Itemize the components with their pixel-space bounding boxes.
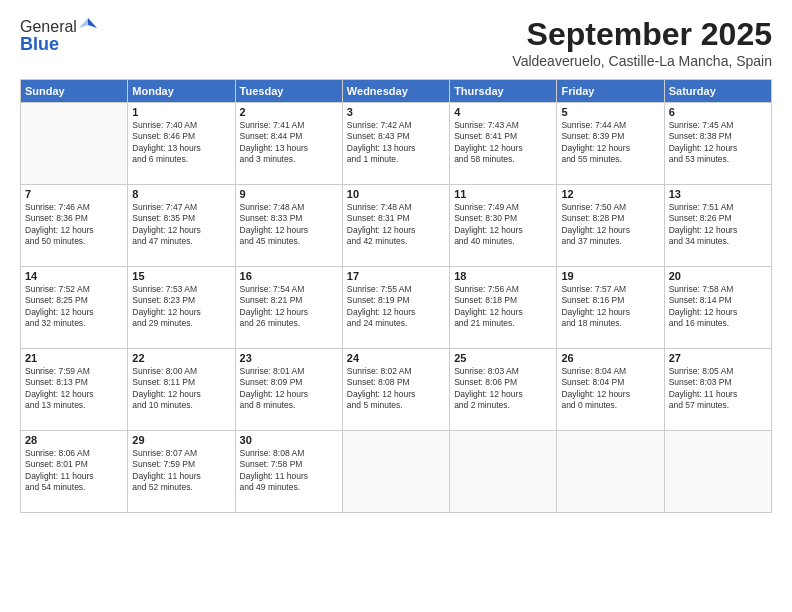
- weekday-header-row: SundayMondayTuesdayWednesdayThursdayFrid…: [21, 80, 772, 103]
- day-info: Sunrise: 8:05 AM Sunset: 8:03 PM Dayligh…: [669, 366, 767, 412]
- weekday-header-friday: Friday: [557, 80, 664, 103]
- svg-marker-1: [79, 18, 88, 28]
- day-info: Sunrise: 7:40 AM Sunset: 8:46 PM Dayligh…: [132, 120, 230, 166]
- day-number: 22: [132, 352, 230, 364]
- day-number: 30: [240, 434, 338, 446]
- calendar-cell: 6Sunrise: 7:45 AM Sunset: 8:38 PM Daylig…: [664, 103, 771, 185]
- day-number: 24: [347, 352, 445, 364]
- weekday-header-tuesday: Tuesday: [235, 80, 342, 103]
- weekday-header-saturday: Saturday: [664, 80, 771, 103]
- day-info: Sunrise: 8:04 AM Sunset: 8:04 PM Dayligh…: [561, 366, 659, 412]
- day-number: 25: [454, 352, 552, 364]
- calendar-cell: 13Sunrise: 7:51 AM Sunset: 8:26 PM Dayli…: [664, 185, 771, 267]
- day-info: Sunrise: 7:44 AM Sunset: 8:39 PM Dayligh…: [561, 120, 659, 166]
- logo-blue-text: Blue: [20, 34, 59, 55]
- calendar-cell: [450, 431, 557, 513]
- day-info: Sunrise: 8:02 AM Sunset: 8:08 PM Dayligh…: [347, 366, 445, 412]
- day-number: 18: [454, 270, 552, 282]
- calendar-cell: 24Sunrise: 8:02 AM Sunset: 8:08 PM Dayli…: [342, 349, 449, 431]
- day-info: Sunrise: 7:41 AM Sunset: 8:44 PM Dayligh…: [240, 120, 338, 166]
- calendar-cell: 25Sunrise: 8:03 AM Sunset: 8:06 PM Dayli…: [450, 349, 557, 431]
- calendar-table: SundayMondayTuesdayWednesdayThursdayFrid…: [20, 79, 772, 513]
- weekday-header-thursday: Thursday: [450, 80, 557, 103]
- page: General Blue September 2025 Valdeaveruel…: [0, 0, 792, 612]
- day-info: Sunrise: 7:47 AM Sunset: 8:35 PM Dayligh…: [132, 202, 230, 248]
- weekday-header-monday: Monday: [128, 80, 235, 103]
- weekday-header-sunday: Sunday: [21, 80, 128, 103]
- day-number: 11: [454, 188, 552, 200]
- day-number: 10: [347, 188, 445, 200]
- calendar-cell: 21Sunrise: 7:59 AM Sunset: 8:13 PM Dayli…: [21, 349, 128, 431]
- day-number: 28: [25, 434, 123, 446]
- day-number: 17: [347, 270, 445, 282]
- day-number: 7: [25, 188, 123, 200]
- calendar-cell: 4Sunrise: 7:43 AM Sunset: 8:41 PM Daylig…: [450, 103, 557, 185]
- day-number: 20: [669, 270, 767, 282]
- day-number: 6: [669, 106, 767, 118]
- calendar-cell: 27Sunrise: 8:05 AM Sunset: 8:03 PM Dayli…: [664, 349, 771, 431]
- calendar-cell: 22Sunrise: 8:00 AM Sunset: 8:11 PM Dayli…: [128, 349, 235, 431]
- calendar-cell: 14Sunrise: 7:52 AM Sunset: 8:25 PM Dayli…: [21, 267, 128, 349]
- day-info: Sunrise: 7:51 AM Sunset: 8:26 PM Dayligh…: [669, 202, 767, 248]
- day-number: 13: [669, 188, 767, 200]
- day-number: 2: [240, 106, 338, 118]
- day-info: Sunrise: 7:49 AM Sunset: 8:30 PM Dayligh…: [454, 202, 552, 248]
- day-number: 1: [132, 106, 230, 118]
- day-number: 3: [347, 106, 445, 118]
- day-number: 16: [240, 270, 338, 282]
- day-info: Sunrise: 8:03 AM Sunset: 8:06 PM Dayligh…: [454, 366, 552, 412]
- calendar-cell: 7Sunrise: 7:46 AM Sunset: 8:36 PM Daylig…: [21, 185, 128, 267]
- calendar-cell: 30Sunrise: 8:08 AM Sunset: 7:58 PM Dayli…: [235, 431, 342, 513]
- calendar-cell: 16Sunrise: 7:54 AM Sunset: 8:21 PM Dayli…: [235, 267, 342, 349]
- day-number: 23: [240, 352, 338, 364]
- svg-marker-0: [88, 18, 97, 28]
- day-number: 27: [669, 352, 767, 364]
- calendar-cell: [21, 103, 128, 185]
- week-row-1: 7Sunrise: 7:46 AM Sunset: 8:36 PM Daylig…: [21, 185, 772, 267]
- day-info: Sunrise: 7:56 AM Sunset: 8:18 PM Dayligh…: [454, 284, 552, 330]
- week-row-4: 28Sunrise: 8:06 AM Sunset: 8:01 PM Dayli…: [21, 431, 772, 513]
- day-info: Sunrise: 7:50 AM Sunset: 8:28 PM Dayligh…: [561, 202, 659, 248]
- calendar-cell: 26Sunrise: 8:04 AM Sunset: 8:04 PM Dayli…: [557, 349, 664, 431]
- day-info: Sunrise: 7:55 AM Sunset: 8:19 PM Dayligh…: [347, 284, 445, 330]
- calendar-cell: 18Sunrise: 7:56 AM Sunset: 8:18 PM Dayli…: [450, 267, 557, 349]
- calendar-cell: [557, 431, 664, 513]
- calendar-cell: 2Sunrise: 7:41 AM Sunset: 8:44 PM Daylig…: [235, 103, 342, 185]
- day-number: 26: [561, 352, 659, 364]
- calendar-cell: 23Sunrise: 8:01 AM Sunset: 8:09 PM Dayli…: [235, 349, 342, 431]
- weekday-header-wednesday: Wednesday: [342, 80, 449, 103]
- day-number: 8: [132, 188, 230, 200]
- calendar-cell: 5Sunrise: 7:44 AM Sunset: 8:39 PM Daylig…: [557, 103, 664, 185]
- calendar-cell: 12Sunrise: 7:50 AM Sunset: 8:28 PM Dayli…: [557, 185, 664, 267]
- day-number: 4: [454, 106, 552, 118]
- day-number: 9: [240, 188, 338, 200]
- week-row-0: 1Sunrise: 7:40 AM Sunset: 8:46 PM Daylig…: [21, 103, 772, 185]
- month-title: September 2025: [512, 16, 772, 53]
- day-info: Sunrise: 8:06 AM Sunset: 8:01 PM Dayligh…: [25, 448, 123, 494]
- calendar-cell: 20Sunrise: 7:58 AM Sunset: 8:14 PM Dayli…: [664, 267, 771, 349]
- week-row-3: 21Sunrise: 7:59 AM Sunset: 8:13 PM Dayli…: [21, 349, 772, 431]
- week-row-2: 14Sunrise: 7:52 AM Sunset: 8:25 PM Dayli…: [21, 267, 772, 349]
- calendar-cell: 15Sunrise: 7:53 AM Sunset: 8:23 PM Dayli…: [128, 267, 235, 349]
- title-section: September 2025 Valdeaveruelo, Castille-L…: [512, 16, 772, 69]
- calendar-cell: [342, 431, 449, 513]
- day-info: Sunrise: 7:48 AM Sunset: 8:31 PM Dayligh…: [347, 202, 445, 248]
- day-info: Sunrise: 7:53 AM Sunset: 8:23 PM Dayligh…: [132, 284, 230, 330]
- day-info: Sunrise: 7:54 AM Sunset: 8:21 PM Dayligh…: [240, 284, 338, 330]
- calendar-cell: 10Sunrise: 7:48 AM Sunset: 8:31 PM Dayli…: [342, 185, 449, 267]
- calendar-cell: 28Sunrise: 8:06 AM Sunset: 8:01 PM Dayli…: [21, 431, 128, 513]
- calendar-cell: 9Sunrise: 7:48 AM Sunset: 8:33 PM Daylig…: [235, 185, 342, 267]
- calendar-cell: 1Sunrise: 7:40 AM Sunset: 8:46 PM Daylig…: [128, 103, 235, 185]
- day-info: Sunrise: 7:42 AM Sunset: 8:43 PM Dayligh…: [347, 120, 445, 166]
- calendar-cell: 19Sunrise: 7:57 AM Sunset: 8:16 PM Dayli…: [557, 267, 664, 349]
- day-info: Sunrise: 8:07 AM Sunset: 7:59 PM Dayligh…: [132, 448, 230, 494]
- day-info: Sunrise: 8:00 AM Sunset: 8:11 PM Dayligh…: [132, 366, 230, 412]
- calendar-cell: 29Sunrise: 8:07 AM Sunset: 7:59 PM Dayli…: [128, 431, 235, 513]
- logo: General Blue: [20, 16, 97, 55]
- calendar-cell: 11Sunrise: 7:49 AM Sunset: 8:30 PM Dayli…: [450, 185, 557, 267]
- day-info: Sunrise: 7:52 AM Sunset: 8:25 PM Dayligh…: [25, 284, 123, 330]
- day-info: Sunrise: 8:01 AM Sunset: 8:09 PM Dayligh…: [240, 366, 338, 412]
- header: General Blue September 2025 Valdeaveruel…: [20, 16, 772, 69]
- day-info: Sunrise: 7:57 AM Sunset: 8:16 PM Dayligh…: [561, 284, 659, 330]
- calendar-cell: 17Sunrise: 7:55 AM Sunset: 8:19 PM Dayli…: [342, 267, 449, 349]
